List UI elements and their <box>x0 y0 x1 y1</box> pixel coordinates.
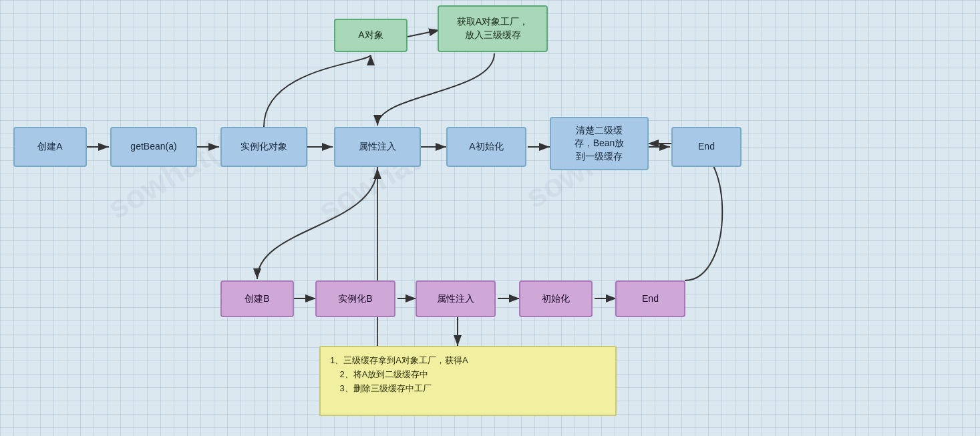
box-getfactory: 获取A对象工厂，放入三级缓存 <box>438 5 548 52</box>
box-end1: End <box>671 127 742 167</box>
box-shilihua: 实例化对象 <box>220 127 307 167</box>
box-end2: End <box>615 280 685 317</box>
box-getbean: getBean(a) <box>110 127 197 167</box>
box-ainit: A初始化 <box>446 127 526 167</box>
box-chuangjian-a: 创建A <box>13 127 87 167</box>
box-clearcache: 清楚二级缓存，Bean放到一级缓存 <box>550 117 649 170</box>
box-aobject: A对象 <box>334 19 407 52</box>
svg-line-7 <box>407 30 440 37</box>
box-init-b: 初始化 <box>519 280 593 317</box>
box-shuxing-row1: 属性注入 <box>334 127 421 167</box>
box-shilihua-b: 实例化B <box>315 280 395 317</box>
diagram-canvas: sowhat(A) sowhat sowhat <box>0 0 980 436</box>
box-chuangjian-b: 创建B <box>220 280 294 317</box>
box-note: 1、三级缓存拿到A对象工厂，获得A 2、将A放到二级缓存中 3、删除三级缓存中工… <box>319 346 617 416</box>
box-shuxing-row2: 属性注入 <box>416 280 496 317</box>
